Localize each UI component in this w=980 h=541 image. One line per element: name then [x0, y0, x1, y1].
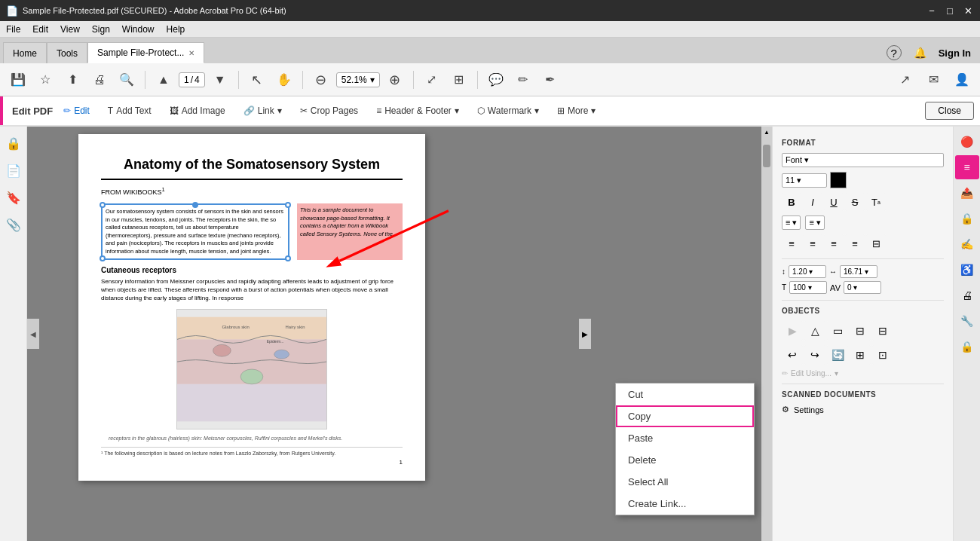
title-bar-controls[interactable]: − □ ✕ — [926, 5, 974, 17]
scroll-thumb[interactable] — [763, 145, 770, 167]
next-page-btn[interactable]: ▼ — [208, 68, 232, 92]
comment-sidebar-icon[interactable]: 📎 — [3, 214, 24, 235]
replace-btn[interactable]: 🔄 — [827, 345, 848, 365]
align-justify-btn[interactable]: ≡ — [845, 234, 865, 252]
edit-far-btn[interactable]: ≡ — [955, 155, 979, 179]
superscript-btn[interactable]: Ta — [866, 193, 886, 211]
align-right-btn[interactable]: ≡ — [824, 234, 844, 252]
color-picker-btn[interactable] — [830, 172, 847, 188]
print-btn[interactable]: 🖨 — [87, 68, 112, 92]
bookmark-sidebar-icon[interactable]: 🔖 — [3, 187, 24, 208]
align-left-obj-btn[interactable]: ⊟ — [850, 321, 871, 341]
tab-home[interactable]: Home — [3, 42, 47, 63]
zoom-out-btn[interactable]: ⊖ — [309, 68, 333, 92]
settings-row[interactable]: ⚙ Settings — [782, 405, 944, 414]
page-nav[interactable]: 1 / 4 — [179, 72, 205, 87]
font-family-select[interactable]: Font ▾ — [782, 153, 944, 167]
link-btn[interactable]: 🔗 Link ▾ — [236, 102, 289, 119]
print-far-btn[interactable]: 🖨 — [955, 283, 979, 307]
italic-btn[interactable]: I — [803, 193, 822, 211]
protect-far-btn[interactable]: 🔒 — [955, 206, 979, 231]
select-all-menu-item[interactable]: Select All — [616, 471, 754, 493]
undo-btn[interactable]: ↩ — [782, 345, 803, 365]
edit-using-label[interactable]: Edit Using... — [791, 369, 831, 377]
zoom-control[interactable]: 52.1% ▾ — [336, 72, 380, 87]
star-btn[interactable]: ☆ — [33, 68, 57, 92]
hand-tool-btn[interactable]: ✋ — [272, 68, 296, 92]
align-center-btn[interactable]: ≡ — [803, 234, 822, 252]
crop-obj-btn[interactable]: ▭ — [827, 321, 848, 341]
underline-btn[interactable]: U — [824, 193, 844, 211]
handle-br[interactable] — [285, 255, 291, 261]
font-size-select[interactable]: 11 ▾ — [782, 173, 827, 188]
tools-layout-btn[interactable]: ⊞ — [447, 68, 471, 92]
more-btn[interactable]: ⊞ More ▾ — [550, 102, 603, 119]
edit-tool-btn[interactable]: ✏ Edit — [56, 102, 97, 119]
char-spacing-select[interactable]: 16.71 ▾ — [840, 265, 877, 278]
shape-btn[interactable]: △ — [804, 321, 825, 341]
handle-top-center[interactable] — [192, 202, 198, 208]
lock-sidebar-icon[interactable]: 🔒 — [3, 133, 24, 154]
collapse-left-btn[interactable]: ◀ — [27, 319, 39, 349]
search-btn[interactable]: 🔍 — [115, 68, 139, 92]
copy-menu-item[interactable]: Copy — [616, 405, 754, 427]
redo-btn[interactable]: ↪ — [804, 345, 825, 365]
close-window-btn[interactable]: ✕ — [962, 5, 974, 17]
handle-bl[interactable] — [100, 255, 106, 261]
align-left-btn[interactable]: ≡ — [782, 234, 801, 252]
menu-window[interactable]: Window — [122, 24, 155, 35]
handle-tl[interactable] — [100, 202, 106, 208]
mail-btn[interactable]: ✉ — [921, 68, 945, 92]
menu-edit[interactable]: Edit — [32, 24, 48, 35]
prev-page-btn[interactable]: ▲ — [152, 68, 176, 92]
line-spacing-select[interactable]: 1.20 ▾ — [789, 265, 826, 278]
header-footer-btn[interactable]: ≡ Header & Footer ▾ — [369, 102, 467, 119]
bold-btn[interactable]: B — [782, 193, 801, 211]
menu-view[interactable]: View — [60, 24, 80, 35]
crop-btn[interactable]: ✂ Crop Pages — [292, 102, 366, 119]
menu-file[interactable]: File — [6, 24, 20, 35]
upload-btn[interactable]: ⬆ — [60, 68, 84, 92]
notification-icon[interactable]: 🔔 — [914, 47, 926, 59]
pdf-scrollbar[interactable]: ▲ — [761, 127, 772, 541]
scroll-up-btn[interactable]: ▲ — [761, 127, 772, 137]
add-text-btn[interactable]: T Add Text — [100, 102, 159, 119]
tab-close-btn[interactable]: ✕ — [188, 49, 194, 57]
tracking-select[interactable]: 0 ▾ — [844, 281, 881, 294]
handle-tr[interactable] — [285, 202, 291, 208]
accessibility-far-btn[interactable]: ♿ — [955, 258, 979, 282]
lock2-far-btn[interactable]: 🔒 — [955, 335, 979, 359]
menu-help[interactable]: Help — [167, 24, 185, 35]
save-btn[interactable]: 💾 — [6, 68, 30, 92]
tools-far-btn[interactable]: 🔧 — [955, 309, 979, 333]
fit-btn[interactable]: ⤢ — [420, 68, 444, 92]
add-image-btn[interactable]: 🖼 Add Image — [162, 102, 233, 119]
select-tool-btn[interactable]: ↖ — [245, 68, 269, 92]
zoom-in-btn[interactable]: ⊕ — [383, 68, 407, 92]
numbered-list-select[interactable]: ≡ ▾ — [805, 215, 824, 230]
strikethrough-btn[interactable]: S — [845, 193, 865, 211]
minimize-btn[interactable]: − — [926, 5, 938, 17]
tab-document[interactable]: Sample File-Protect... ✕ — [87, 42, 204, 63]
maximize-btn[interactable]: □ — [944, 5, 956, 17]
comment-far-btn[interactable]: 🔴 — [955, 130, 979, 154]
comment-btn[interactable]: 💬 — [484, 68, 508, 92]
menu-sign[interactable]: Sign — [92, 24, 110, 35]
cut-menu-item[interactable]: Cut — [616, 384, 754, 405]
create-link-menu-item[interactable]: Create Link... — [616, 493, 754, 515]
scale-select[interactable]: 100 ▾ — [789, 281, 827, 294]
expand-right-btn[interactable]: ▶ — [579, 319, 591, 349]
close-edit-btn[interactable]: Close — [925, 102, 974, 120]
pencil-btn[interactable]: ✏ — [511, 68, 535, 92]
sign-in-btn[interactable]: Sign In — [939, 47, 971, 59]
tab-tools[interactable]: Tools — [47, 42, 87, 63]
indent-btn[interactable]: ⊟ — [866, 234, 886, 252]
share-link-btn[interactable]: ↗ — [893, 68, 917, 92]
export-far-btn[interactable]: 📤 — [955, 181, 979, 205]
help-icon[interactable]: ? — [887, 45, 902, 60]
markup-btn[interactable]: ✒ — [538, 68, 562, 92]
distribute-v-btn[interactable]: ⊡ — [872, 345, 893, 365]
sign-far-btn[interactable]: ✍ — [955, 232, 979, 256]
paste-menu-item[interactable]: Paste — [616, 427, 754, 449]
align-right-obj-btn[interactable]: ⊟ — [872, 321, 893, 341]
